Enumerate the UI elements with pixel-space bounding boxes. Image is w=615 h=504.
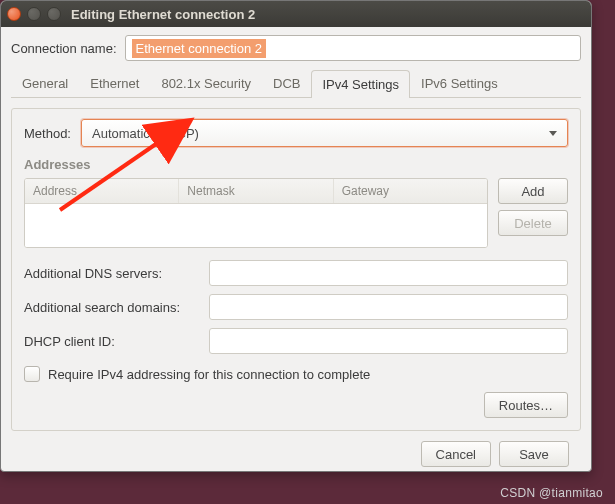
- connection-name-input[interactable]: Ethernet connection 2: [125, 35, 581, 61]
- delete-button[interactable]: Delete: [498, 210, 568, 236]
- close-icon[interactable]: [7, 7, 21, 21]
- method-dropdown[interactable]: Automatic (DHCP): [81, 119, 568, 147]
- search-domains-label: Additional search domains:: [24, 300, 199, 315]
- dhcp-client-id-input[interactable]: [209, 328, 568, 354]
- dns-servers-label: Additional DNS servers:: [24, 266, 199, 281]
- method-value: Automatic (DHCP): [92, 126, 199, 141]
- dhcp-client-id-label: DHCP client ID:: [24, 334, 199, 349]
- require-ipv4-checkbox[interactable]: [24, 366, 40, 382]
- routes-button[interactable]: Routes…: [484, 392, 568, 418]
- tab-8021x[interactable]: 802.1x Security: [150, 69, 262, 97]
- maximize-icon[interactable]: [47, 7, 61, 21]
- dialog-content: Connection name: Ethernet connection 2 G…: [1, 27, 591, 472]
- chevron-down-icon: [549, 131, 557, 136]
- tab-ipv6-settings[interactable]: IPv6 Settings: [410, 69, 509, 97]
- addresses-table-body: [25, 204, 487, 248]
- method-label: Method:: [24, 126, 71, 141]
- tab-ethernet[interactable]: Ethernet: [79, 69, 150, 97]
- addresses-section-label: Addresses: [24, 157, 568, 172]
- col-gateway: Gateway: [334, 179, 487, 203]
- require-ipv4-label: Require IPv4 addressing for this connect…: [48, 367, 370, 382]
- window-title: Editing Ethernet connection 2: [71, 7, 255, 22]
- addresses-table[interactable]: Address Netmask Gateway: [24, 178, 488, 248]
- tab-ipv4-settings[interactable]: IPv4 Settings: [311, 70, 410, 98]
- addresses-table-header: Address Netmask Gateway: [25, 179, 487, 204]
- cancel-button[interactable]: Cancel: [421, 441, 491, 467]
- add-button[interactable]: Add: [498, 178, 568, 204]
- connection-name-value: Ethernet connection 2: [132, 39, 266, 58]
- tab-dcb[interactable]: DCB: [262, 69, 311, 97]
- titlebar: Editing Ethernet connection 2: [1, 1, 591, 27]
- save-button[interactable]: Save: [499, 441, 569, 467]
- col-netmask: Netmask: [179, 179, 333, 203]
- connection-name-label: Connection name:: [11, 41, 117, 56]
- tab-general[interactable]: General: [11, 69, 79, 97]
- search-domains-input[interactable]: [209, 294, 568, 320]
- tab-bar: General Ethernet 802.1x Security DCB IPv…: [11, 69, 581, 98]
- ipv4-panel: Method: Automatic (DHCP) Addresses Addre…: [11, 108, 581, 431]
- col-address: Address: [25, 179, 179, 203]
- dialog-footer: Cancel Save: [11, 431, 581, 472]
- dns-servers-input[interactable]: [209, 260, 568, 286]
- minimize-icon[interactable]: [27, 7, 41, 21]
- watermark: CSDN @tianmitao: [500, 486, 603, 500]
- dialog-window: Editing Ethernet connection 2 Connection…: [0, 0, 592, 472]
